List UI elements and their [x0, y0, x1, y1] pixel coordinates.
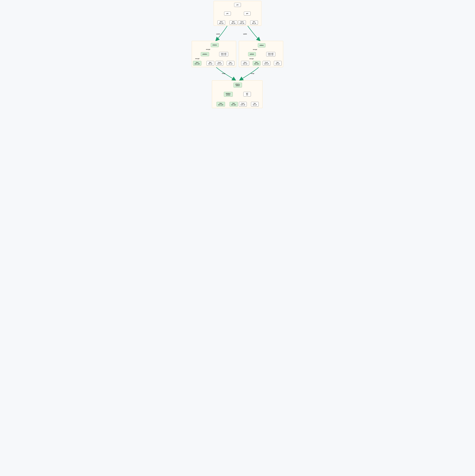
right-pk4bob: pk4bob	[248, 52, 256, 56]
label: carol_pk	[240, 23, 244, 24]
label: pk4bob	[250, 53, 254, 55]
label-merge-right: merge	[251, 73, 254, 74]
top-root: pk3	[234, 3, 241, 7]
label: sk5alice	[212, 44, 217, 46]
label: alice_pk2	[194, 63, 200, 65]
label: inner_pk2	[221, 53, 226, 54]
label-encrypt-right-upper: encrypt	[253, 49, 257, 50]
bot-carol: Carolcarol_pk	[239, 102, 247, 106]
label: sk5bob	[236, 85, 240, 86]
label: Dan	[254, 103, 256, 104]
right-bob: Bobbob_pk2	[253, 61, 260, 66]
label: Alice	[220, 21, 223, 23]
bot-r: pk2sk2	[243, 92, 251, 96]
label: alice_pk	[219, 23, 224, 24]
label: pk2	[246, 13, 248, 14]
label-encrypt-left-lower: encrypt	[195, 58, 199, 59]
flow-merge-left	[216, 67, 236, 80]
label: Alice	[219, 103, 222, 104]
label: Bob	[232, 21, 234, 23]
top-dan: Dandan_pk	[250, 20, 258, 25]
label: bob_pk2	[254, 63, 259, 65]
label: bob_pk	[208, 63, 212, 65]
top-carol: Carolcarol_pk	[238, 20, 246, 25]
label: dan_pk	[229, 63, 232, 65]
right-dan: Dandan_pk	[274, 61, 281, 66]
label: sk5alice,	[235, 84, 240, 85]
left-bob: Bobbob_pk	[207, 61, 214, 66]
label: Dan	[253, 21, 255, 23]
label-update-left: update	[216, 33, 220, 35]
label: Bob	[232, 103, 235, 104]
bot-alice: Alicealice_pk2	[216, 102, 225, 106]
flow-merge-right	[240, 67, 259, 80]
label: pk4bob	[226, 94, 230, 96]
label-update-right: update	[243, 33, 247, 35]
top-pk2: pk2	[244, 12, 250, 16]
left-dan: Dandan_pk	[227, 61, 234, 66]
label: inner_sk2	[268, 54, 273, 56]
label: Dan	[229, 62, 232, 63]
label: dan_pk	[252, 23, 256, 24]
label-encrypt-right-lower: encrypt	[249, 58, 254, 59]
flow-update-right	[248, 26, 260, 41]
label: alice_pk2	[218, 104, 223, 106]
label: Bob	[209, 62, 211, 63]
label-encrypt-left-upper: encrypt	[206, 49, 210, 50]
left-carol: Carolcarol_pk	[216, 61, 223, 66]
left-alice: Alicealice_pk2	[193, 61, 201, 66]
label: dan_pk	[276, 63, 280, 65]
bot-root: sk5alice,sk5bob	[233, 83, 242, 87]
label: pk2	[246, 93, 248, 94]
label: bob_pk	[231, 23, 235, 24]
left-root: sk5alice	[211, 43, 219, 47]
label: pk4alice,	[226, 93, 231, 94]
label: inner_pk2	[268, 53, 273, 54]
right-alice: Alicealice_pk	[241, 61, 249, 66]
label: alice_pk	[243, 63, 247, 65]
left-pk4alice: pk4alice	[201, 52, 209, 56]
label: carol_pk	[217, 63, 222, 65]
label: carol_pk	[240, 104, 245, 106]
label: Alice	[196, 62, 198, 63]
top-alice: Alicealice_pk	[217, 20, 225, 25]
label: sk2	[246, 94, 248, 96]
label: Carol	[241, 103, 244, 104]
label: dan_pk	[253, 104, 257, 106]
label: Dan	[277, 62, 279, 63]
label: Carol	[265, 62, 268, 63]
label: inner_sk2	[221, 54, 226, 56]
label: pk3	[236, 4, 238, 6]
top-bob: Bobbob_pk	[229, 20, 237, 25]
right-carol: Carolcarol_pk	[263, 61, 270, 66]
label: Bob	[255, 62, 258, 63]
label: pk1	[227, 13, 229, 14]
bot-dan: Dandan_pk	[251, 102, 259, 106]
label: sk5bob	[260, 45, 264, 46]
top-pk1: pk1	[224, 12, 231, 16]
label: Alice	[244, 62, 246, 63]
label: Carol	[218, 62, 221, 63]
bot-bob: Bobbob_pk2	[229, 102, 238, 106]
right-root: sk5bob	[258, 43, 265, 47]
label-merge-left: merge	[222, 73, 225, 74]
label: Carol	[240, 21, 243, 23]
right-inner: inner_pk2inner_sk2	[266, 52, 275, 56]
label: carol_pk	[264, 63, 269, 65]
label: bob_pk2	[231, 104, 236, 106]
diagram-stage: pk3 pk1 pk2 Alicealice_pk Bobbob_pk Caro…	[190, 0, 285, 113]
label: pk4alice	[203, 53, 207, 55]
left-inner: inner_pk2inner_sk2	[219, 52, 228, 56]
bot-l: pk4alice,pk4bob	[224, 92, 233, 97]
